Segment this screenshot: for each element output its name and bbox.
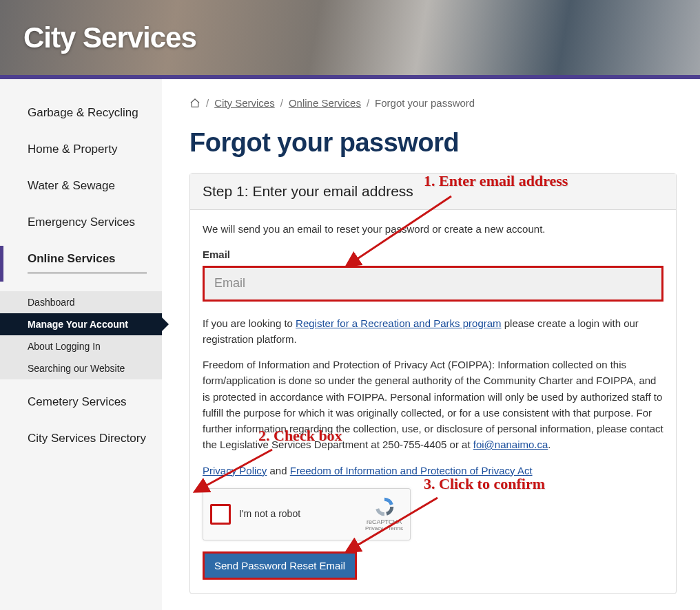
recaptcha-icon bbox=[373, 496, 395, 518]
sidebar-item-online-services[interactable]: Online Services bbox=[0, 246, 162, 282]
recaptcha-widget: I'm not a robot reCAPTCHA Privacy - Term… bbox=[203, 488, 411, 540]
foi-email-link[interactable]: foi@nanaimo.ca bbox=[473, 439, 548, 450]
sidebar-sublist: Dashboard Manage Your Account About Logg… bbox=[0, 291, 162, 379]
sidebar-item-home-property[interactable]: Home & Property bbox=[0, 136, 162, 163]
sidebar-sub-searching-website[interactable]: Searching our Website bbox=[0, 357, 162, 379]
foippa-text: Freedom of Information and Protection of… bbox=[203, 359, 663, 450]
sidebar-item-label: Online Services bbox=[28, 251, 147, 273]
privacy-policy-link[interactable]: Privacy Policy bbox=[203, 465, 267, 476]
breadcrumb-current: Forgot your password bbox=[375, 97, 475, 109]
email-label: Email bbox=[203, 246, 663, 262]
register-link[interactable]: Register for a Recreation and Parks prog… bbox=[296, 317, 501, 329]
email-field[interactable] bbox=[203, 266, 663, 302]
main-content: / City Services / Online Services / Forg… bbox=[162, 79, 700, 610]
recaptcha-terms[interactable]: Privacy - Terms bbox=[365, 526, 403, 532]
panel-step-title: Step 1: Enter your email address bbox=[190, 173, 676, 210]
register-paragraph: If you are looking to Register for a Rec… bbox=[203, 315, 663, 348]
breadcrumb: / City Services / Online Services / Forg… bbox=[189, 97, 677, 109]
banner-title: City Services bbox=[23, 21, 196, 54]
privacy-links: Privacy Policy and Freedom of Informatio… bbox=[203, 463, 663, 478]
sidebar-item-garbage[interactable]: Garbage & Recycling bbox=[0, 100, 162, 127]
send-reset-button[interactable]: Send Password Reset Email bbox=[203, 551, 357, 580]
sidebar-item-emergency[interactable]: Emergency Services bbox=[0, 209, 162, 236]
sidebar-item-directory[interactable]: City Services Directory bbox=[0, 425, 162, 452]
breadcrumb-sep: / bbox=[280, 97, 283, 109]
recaptcha-badge: reCAPTCHA Privacy - Terms bbox=[365, 496, 403, 532]
reset-panel: Step 1: Enter your email address We will… bbox=[189, 173, 677, 594]
breadcrumb-sep: / bbox=[206, 97, 209, 109]
home-icon[interactable] bbox=[189, 98, 200, 109]
sidebar-item-cemetery[interactable]: Cemetery Services bbox=[0, 389, 162, 416]
register-prefix: If you are looking to bbox=[203, 317, 296, 329]
sidebar-sub-dashboard[interactable]: Dashboard bbox=[0, 291, 162, 313]
sidebar-sub-manage-account[interactable]: Manage Your Account bbox=[0, 313, 162, 335]
foippa-paragraph: Freedom of Information and Protection of… bbox=[203, 357, 663, 453]
sidebar-sub-about-logging-in[interactable]: About Logging In bbox=[0, 335, 162, 357]
sidebar-item-water-sewage[interactable]: Water & Sewage bbox=[0, 173, 162, 200]
breadcrumb-sep: / bbox=[367, 97, 369, 109]
sidebar-nav: Garbage & Recycling Home & Property Wate… bbox=[0, 79, 162, 610]
breadcrumb-link-2[interactable]: Online Services bbox=[289, 97, 361, 109]
page-banner: City Services bbox=[0, 0, 700, 79]
recaptcha-checkbox[interactable] bbox=[210, 504, 231, 525]
panel-intro: We will send you an email to reset your … bbox=[203, 221, 663, 237]
recaptcha-label: I'm not a robot bbox=[239, 507, 365, 522]
foippa-link[interactable]: Freedom of Information and Protection of… bbox=[290, 465, 533, 476]
page-title: Forgot your password bbox=[189, 128, 677, 158]
breadcrumb-link-1[interactable]: City Services bbox=[214, 97, 275, 109]
